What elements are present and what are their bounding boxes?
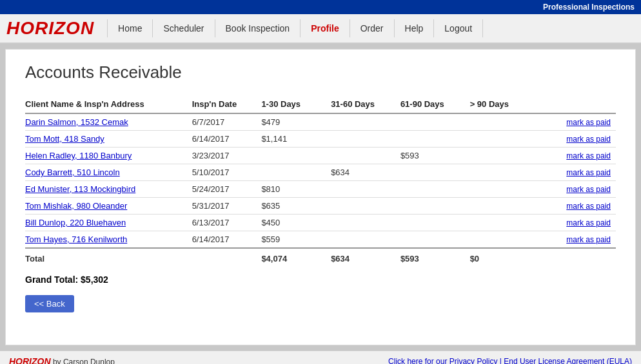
- cell-31-60: [331, 215, 400, 231]
- client-link[interactable]: Helen Radley, 1180 Banbury: [25, 151, 132, 160]
- cell-90plus: [470, 231, 540, 249]
- table-row: Bill Dunlop, 220 Bluehaven 6/13/2017 $45…: [25, 215, 616, 231]
- nav-scheduler[interactable]: Scheduler: [153, 19, 215, 37]
- cell-61-90: [400, 215, 470, 231]
- nav-profile[interactable]: Profile: [301, 19, 350, 37]
- cell-client: Tom Mott, 418 Sandy: [25, 131, 192, 148]
- cell-1-30: $559: [261, 231, 331, 249]
- cell-date: 5/24/2017: [192, 181, 262, 198]
- cell-31-60: [331, 231, 400, 249]
- cell-action: mark as paid: [539, 231, 616, 249]
- cell-90plus: [470, 148, 540, 164]
- cell-client: Darin Salmon, 1532 Cemak: [25, 113, 192, 131]
- cell-61-90: [400, 113, 470, 131]
- back-button[interactable]: << Back: [25, 295, 74, 312]
- mark-paid-link[interactable]: mark as paid: [566, 202, 611, 211]
- col-header-client: Client Name & Insp'n Address: [25, 95, 192, 113]
- header: HORIZON Home Scheduler Book Inspection P…: [0, 14, 641, 44]
- cell-date: 6/7/2017: [192, 113, 262, 131]
- table-row: Tom Hayes, 716 Kenilworth 6/14/2017 $559…: [25, 231, 616, 249]
- totals-61-90: $593: [400, 248, 470, 267]
- cell-action: mark as paid: [539, 148, 616, 164]
- totals-label: Total: [25, 248, 192, 267]
- cell-action: mark as paid: [539, 215, 616, 231]
- footer-branding: HORIZON by Carson Dunlop: [9, 356, 115, 364]
- cell-1-30: $450: [261, 215, 331, 231]
- table-row: Tom Mott, 418 Sandy 6/14/2017 $1,141 mar…: [25, 131, 616, 148]
- cell-client: Helen Radley, 1180 Banbury: [25, 148, 192, 164]
- table-row: Tom Mishlak, 980 Oleander 5/31/2017 $635…: [25, 198, 616, 215]
- cell-client: Tom Hayes, 716 Kenilworth: [25, 231, 192, 249]
- totals-1-30: $4,074: [261, 248, 331, 267]
- grand-total: Grand Total: $5,302: [25, 274, 616, 285]
- cell-action: mark as paid: [539, 181, 616, 198]
- cell-61-90: $593: [400, 148, 470, 164]
- cell-action: mark as paid: [539, 113, 616, 131]
- cell-31-60: [331, 113, 400, 131]
- cell-90plus: [470, 164, 540, 181]
- cell-90plus: [470, 113, 540, 131]
- nav-book-inspection[interactable]: Book Inspection: [215, 19, 301, 37]
- col-header-31-60: 31-60 Days: [331, 95, 400, 113]
- table-row: Helen Radley, 1180 Banbury 3/23/2017 $59…: [25, 148, 616, 164]
- cell-date: 6/13/2017: [192, 215, 262, 231]
- cell-61-90: [400, 231, 470, 249]
- top-bar-label: Professional Inspections: [543, 3, 635, 12]
- cell-1-30: $635: [261, 198, 331, 215]
- client-link[interactable]: Cody Barrett, 510 Lincoln: [25, 168, 120, 177]
- cell-61-90: [400, 181, 470, 198]
- nav-help[interactable]: Help: [395, 19, 435, 37]
- client-link[interactable]: Darin Salmon, 1532 Cemak: [25, 117, 128, 127]
- client-link[interactable]: Bill Dunlop, 220 Bluehaven: [25, 218, 126, 227]
- grand-total-value: $5,302: [81, 274, 108, 285]
- col-header-action: [539, 95, 616, 113]
- cell-date: 5/31/2017: [192, 198, 262, 215]
- cell-31-60: [331, 198, 400, 215]
- nav-order[interactable]: Order: [350, 19, 395, 37]
- client-link[interactable]: Ed Munister, 113 Mockingbird: [25, 184, 135, 194]
- cell-date: 3/23/2017: [192, 148, 262, 164]
- nav-logout[interactable]: Logout: [434, 19, 483, 37]
- cell-31-60: $634: [331, 164, 400, 181]
- cell-61-90: [400, 198, 470, 215]
- cell-1-30: [261, 148, 331, 164]
- cell-1-30: $479: [261, 113, 331, 131]
- mark-paid-link[interactable]: mark as paid: [566, 151, 611, 160]
- grand-total-label: Grand Total:: [25, 274, 78, 285]
- cell-1-30: $1,141: [261, 131, 331, 148]
- main-content: Accounts Receivable Client Name & Insp'n…: [5, 49, 636, 345]
- cell-31-60: [331, 131, 400, 148]
- accounts-receivable-table: Client Name & Insp'n Address Insp'n Date…: [25, 95, 616, 267]
- mark-paid-link[interactable]: mark as paid: [566, 135, 611, 144]
- table-row: Ed Munister, 113 Mockingbird 5/24/2017 $…: [25, 181, 616, 198]
- mark-paid-link[interactable]: mark as paid: [566, 118, 611, 127]
- col-header-date: Insp'n Date: [192, 95, 262, 113]
- cell-client: Ed Munister, 113 Mockingbird: [25, 181, 192, 198]
- cell-90plus: [470, 198, 540, 215]
- cell-1-30: $810: [261, 181, 331, 198]
- footer-byline: by Carson Dunlop: [53, 358, 115, 364]
- col-header-90plus: > 90 Days: [470, 95, 540, 113]
- footer-links[interactable]: Click here for our Privacy Policy | End …: [388, 357, 632, 364]
- cell-90plus: [470, 215, 540, 231]
- cell-action: mark as paid: [539, 131, 616, 148]
- cell-date: 6/14/2017: [192, 231, 262, 249]
- nav-home[interactable]: Home: [107, 19, 153, 37]
- logo: HORIZON: [6, 18, 94, 39]
- col-header-61-90: 61-90 Days: [400, 95, 470, 113]
- client-link[interactable]: Tom Mott, 418 Sandy: [25, 134, 104, 144]
- cell-61-90: [400, 131, 470, 148]
- table-row: Cody Barrett, 510 Lincoln 5/10/2017 $634…: [25, 164, 616, 181]
- mark-paid-link[interactable]: mark as paid: [566, 168, 611, 177]
- mark-paid-link[interactable]: mark as paid: [566, 218, 611, 227]
- client-link[interactable]: Tom Mishlak, 980 Oleander: [25, 201, 127, 211]
- cell-action: mark as paid: [539, 198, 616, 215]
- mark-paid-link[interactable]: mark as paid: [566, 235, 611, 244]
- client-link[interactable]: Tom Hayes, 716 Kenilworth: [25, 235, 127, 244]
- totals-date: [192, 248, 262, 267]
- cell-90plus: [470, 131, 540, 148]
- cell-90plus: [470, 181, 540, 198]
- page-title: Accounts Receivable: [25, 62, 616, 82]
- mark-paid-link[interactable]: mark as paid: [566, 185, 611, 194]
- cell-31-60: [331, 181, 400, 198]
